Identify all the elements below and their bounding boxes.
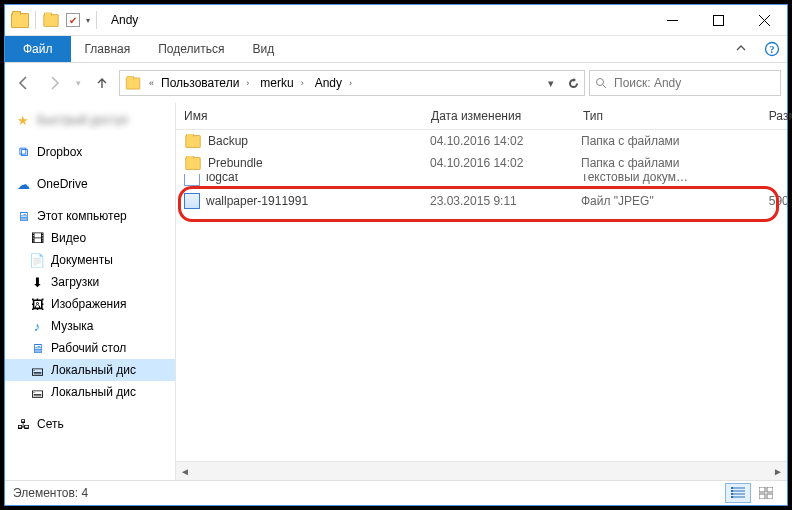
search-input[interactable] xyxy=(612,70,780,96)
refresh-button[interactable] xyxy=(562,72,584,94)
qat-separator xyxy=(35,11,36,29)
tab-home[interactable]: Главная xyxy=(71,36,145,62)
breadcrumb-label: Andy xyxy=(315,76,342,90)
view-large-icons-button[interactable] xyxy=(753,483,779,503)
tab-file[interactable]: Файл xyxy=(5,36,71,62)
nav-label: Этот компьютер xyxy=(37,209,127,223)
file-type: Файл "JPEG" xyxy=(573,194,719,208)
status-items-count: 4 xyxy=(82,486,89,500)
navbar: ▾ « Пользователи› merku› Andy› ▾ xyxy=(5,63,787,103)
recent-locations-button[interactable]: ▾ xyxy=(71,70,85,96)
checkbox-icon[interactable]: ✔ xyxy=(66,13,80,27)
file-icon xyxy=(184,174,200,186)
titlebar: ✔ ▾ Andy xyxy=(5,5,787,36)
file-row[interactable]: Prebundle 04.10.2016 14:02 Папка с файла… xyxy=(176,152,787,174)
column-type[interactable]: Тип xyxy=(575,109,722,123)
properties-icon[interactable] xyxy=(43,14,58,27)
scroll-left-icon[interactable]: ◄ xyxy=(176,462,194,480)
nav-music[interactable]: ♪Музыка xyxy=(5,315,175,337)
address-dropdown-button[interactable]: ▾ xyxy=(540,72,562,94)
desktop-icon: 🖥 xyxy=(29,340,45,356)
forward-button[interactable] xyxy=(41,70,67,96)
column-date[interactable]: Дата изменения xyxy=(423,109,575,123)
image-file-icon xyxy=(184,193,200,209)
view-details-button[interactable] xyxy=(725,483,751,503)
dropbox-icon: ⧉ xyxy=(15,144,31,160)
network-icon: 🖧 xyxy=(15,416,31,432)
drive-icon: 🖴 xyxy=(29,384,45,400)
address-bar[interactable]: « Пользователи› merku› Andy› ▾ xyxy=(119,70,585,96)
window-title: Andy xyxy=(111,13,138,27)
ribbon-expand-button[interactable] xyxy=(726,36,756,62)
explorer-window: ✔ ▾ Andy Файл Главная Поделиться Вид ? ▾ xyxy=(4,4,788,506)
chevron-right-icon[interactable]: › xyxy=(346,78,355,88)
file-size: 590 КБ xyxy=(719,194,787,208)
nav-quick-access[interactable]: ★ Быстрый доступ xyxy=(5,109,175,131)
scroll-right-icon[interactable]: ► xyxy=(769,462,787,480)
breadcrumb-segment[interactable]: Пользователи› xyxy=(157,71,256,95)
help-button[interactable]: ? xyxy=(756,36,787,62)
tab-share[interactable]: Поделиться xyxy=(144,36,238,62)
cloud-icon: ☁ xyxy=(15,176,31,192)
horizontal-scrollbar[interactable]: ◄ ► xyxy=(176,461,787,480)
qat-separator xyxy=(96,11,97,29)
folder-icon xyxy=(185,135,200,148)
file-row[interactable]: Backup 04.10.2016 14:02 Папка с файлами xyxy=(176,130,787,152)
nav-label: Рабочий стол xyxy=(51,341,126,355)
nav-label: OneDrive xyxy=(37,177,88,191)
file-date: 04.10.2016 14:02 xyxy=(422,156,573,170)
quick-access-toolbar: ✔ ▾ xyxy=(5,11,103,29)
music-icon: ♪ xyxy=(29,318,45,334)
nav-documents[interactable]: 📄Документы xyxy=(5,249,175,271)
svg-text:?: ? xyxy=(770,44,775,55)
breadcrumb-label: Пользователи xyxy=(161,76,239,90)
drive-icon: 🖴 xyxy=(29,362,45,378)
video-icon: 🎞 xyxy=(29,230,45,246)
file-name: Prebundle xyxy=(208,156,263,170)
search-box[interactable] xyxy=(589,70,781,96)
nav-label: Видео xyxy=(51,231,86,245)
chevron-left-icon[interactable]: « xyxy=(146,78,157,88)
qat-dropdown-icon[interactable]: ▾ xyxy=(86,16,90,25)
chevron-right-icon[interactable]: › xyxy=(243,78,252,88)
nav-videos[interactable]: 🎞Видео xyxy=(5,227,175,249)
window-controls xyxy=(649,5,787,35)
nav-desktop[interactable]: 🖥Рабочий стол xyxy=(5,337,175,359)
breadcrumb-segment[interactable]: merku› xyxy=(256,71,310,95)
status-items-label: Элементов: xyxy=(13,486,78,500)
svg-rect-6 xyxy=(759,494,765,499)
file-row[interactable]: logcat Текстовый докум… xyxy=(176,174,787,188)
nav-onedrive[interactable]: ☁ OneDrive xyxy=(5,173,175,195)
nav-local-disk[interactable]: 🖴Локальный дис xyxy=(5,381,175,403)
nav-label: Музыка xyxy=(51,319,93,333)
svg-rect-7 xyxy=(767,494,773,499)
nav-downloads[interactable]: ⬇Загрузки xyxy=(5,271,175,293)
file-date: 04.10.2016 14:02 xyxy=(422,134,573,148)
tab-view[interactable]: Вид xyxy=(238,36,288,62)
nav-this-pc[interactable]: 🖥 Этот компьютер xyxy=(5,205,175,227)
minimize-button[interactable] xyxy=(649,5,695,35)
breadcrumb-segment[interactable]: Andy› xyxy=(311,71,359,95)
nav-dropbox[interactable]: ⧉ Dropbox xyxy=(5,141,175,163)
file-list: Имя Дата изменения Тип Размер Backup 04.… xyxy=(176,103,787,480)
nav-local-disk[interactable]: 🖴Локальный дис xyxy=(5,359,175,381)
back-button[interactable] xyxy=(11,70,37,96)
file-name: wallpaper-1911991 xyxy=(206,194,308,208)
scroll-track[interactable] xyxy=(194,462,769,480)
close-button[interactable] xyxy=(741,5,787,35)
chevron-right-icon[interactable]: › xyxy=(298,78,307,88)
nav-network[interactable]: 🖧 Сеть xyxy=(5,413,175,435)
nav-label: Локальный дис xyxy=(51,363,136,377)
folder-icon xyxy=(185,157,200,170)
app-icon xyxy=(11,13,29,28)
column-name[interactable]: Имя xyxy=(176,109,423,123)
nav-pictures[interactable]: 🖼Изображения xyxy=(5,293,175,315)
file-rows: Backup 04.10.2016 14:02 Папка с файлами … xyxy=(176,130,787,461)
download-icon: ⬇ xyxy=(29,274,45,290)
file-row[interactable]: wallpaper-1911991 23.03.2015 9:11 Файл "… xyxy=(176,190,787,212)
nav-label: Загрузки xyxy=(51,275,99,289)
up-button[interactable] xyxy=(89,70,115,96)
svg-rect-0 xyxy=(713,15,723,25)
column-size[interactable]: Размер xyxy=(722,109,792,123)
maximize-button[interactable] xyxy=(695,5,741,35)
